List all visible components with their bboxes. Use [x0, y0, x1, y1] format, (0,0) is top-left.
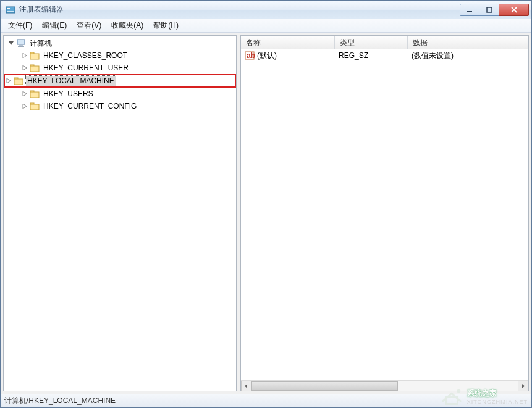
column-header-data[interactable]: 数据 [408, 36, 528, 49]
svg-rect-6 [17, 40, 25, 44]
menu-favorites[interactable]: 收藏夹(A) [106, 19, 148, 32]
client-area: 计算机 HKEY_CLASSES_ROOT HKEY_CURRENT_USER … [1, 33, 531, 394]
scroll-left-button[interactable] [241, 381, 251, 391]
expand-icon[interactable] [5, 77, 12, 85]
minimize-button[interactable] [460, 4, 479, 16]
tree-node-label: HKEY_USERS [42, 89, 95, 99]
folder-icon [30, 63, 40, 73]
svg-rect-12 [30, 66, 39, 72]
tree-root-computer[interactable]: 计算机 [4, 37, 236, 49]
horizontal-scrollbar[interactable] [241, 380, 528, 391]
tree-node-label: HKEY_CURRENT_CONFIG [42, 101, 138, 111]
value-name-cell: ab (默认) [241, 49, 335, 62]
statusbar: 计算机\HKEY_LOCAL_MACHINE [1, 394, 531, 407]
svg-text:ab: ab [247, 51, 255, 60]
tree-node-hkcu[interactable]: HKEY_CURRENT_USER [4, 62, 236, 74]
svg-rect-1 [7, 8, 10, 9]
svg-rect-8 [18, 46, 24, 47]
menu-file[interactable]: 文件(F) [3, 19, 37, 32]
svg-rect-7 [19, 45, 23, 46]
registry-editor-window: 注册表编辑器 文件(F) 编辑(E) 查看(V) 收藏夹(A) 帮助(H) [0, 0, 532, 408]
expand-icon[interactable] [21, 102, 28, 110]
titlebar[interactable]: 注册表编辑器 [1, 1, 531, 19]
value-type-cell: REG_SZ [335, 50, 408, 61]
window-controls [460, 4, 529, 16]
folder-icon [14, 76, 23, 86]
window-title: 注册表编辑器 [19, 4, 460, 15]
menu-view[interactable]: 查看(V) [72, 19, 106, 32]
scroll-track[interactable] [251, 381, 518, 391]
column-header-type[interactable]: 类型 [335, 36, 408, 49]
svg-rect-14 [14, 79, 23, 85]
list-row[interactable]: ab (默认) REG_SZ (数值未设置) [241, 49, 528, 62]
tree-node-label: HKEY_LOCAL_MACHINE [26, 76, 116, 86]
menubar: 文件(F) 编辑(E) 查看(V) 收藏夹(A) 帮助(H) [1, 19, 531, 33]
value-data-cell: (数值未设置) [408, 49, 528, 62]
close-button[interactable] [499, 4, 529, 16]
tree-node-label: HKEY_CLASSES_ROOT [42, 51, 129, 60]
list-body[interactable]: ab (默认) REG_SZ (数值未设置) [241, 49, 528, 380]
list-header: 名称 类型 数据 [241, 36, 528, 49]
svg-rect-3 [7, 11, 14, 12]
expand-icon[interactable] [21, 90, 28, 98]
menu-edit[interactable]: 编辑(E) [37, 19, 72, 32]
svg-rect-2 [7, 10, 14, 10]
tree-panel[interactable]: 计算机 HKEY_CLASSES_ROOT HKEY_CURRENT_USER … [3, 35, 237, 391]
menu-help[interactable]: 帮助(H) [148, 19, 184, 32]
regedit-icon [6, 5, 15, 15]
folder-icon [30, 51, 40, 60]
scroll-right-button[interactable] [518, 381, 528, 391]
maximize-button[interactable] [479, 4, 499, 16]
string-value-icon: ab [245, 51, 255, 60]
svg-rect-18 [30, 104, 39, 110]
tree-node-hku[interactable]: HKEY_USERS [4, 88, 236, 100]
expand-icon[interactable] [21, 64, 28, 72]
tree-node-hkcc[interactable]: HKEY_CURRENT_CONFIG [4, 100, 236, 112]
status-path: 计算机\HKEY_LOCAL_MACHINE [4, 396, 116, 406]
values-panel: 名称 类型 数据 ab (默认) REG_SZ (数值未设置) [240, 35, 529, 391]
tree-node-hkcr[interactable]: HKEY_CLASSES_ROOT [4, 49, 236, 62]
svg-rect-16 [30, 92, 39, 98]
tree-node-label: HKEY_CURRENT_USER [42, 63, 130, 73]
collapse-icon[interactable] [7, 40, 15, 47]
svg-rect-10 [30, 54, 39, 59]
svg-rect-4 [467, 11, 472, 12]
column-header-name[interactable]: 名称 [241, 36, 335, 49]
scroll-thumb[interactable] [251, 381, 398, 391]
svg-rect-5 [487, 7, 492, 12]
registry-tree: 计算机 HKEY_CLASSES_ROOT HKEY_CURRENT_USER … [4, 36, 236, 114]
folder-icon [30, 101, 40, 111]
expand-icon[interactable] [21, 52, 28, 59]
value-name: (默认) [257, 51, 277, 61]
folder-icon [30, 89, 40, 99]
computer-icon [16, 38, 26, 48]
tree-root-label: 计算机 [28, 38, 53, 49]
tree-node-hklm[interactable]: HKEY_LOCAL_MACHINE [4, 74, 236, 88]
